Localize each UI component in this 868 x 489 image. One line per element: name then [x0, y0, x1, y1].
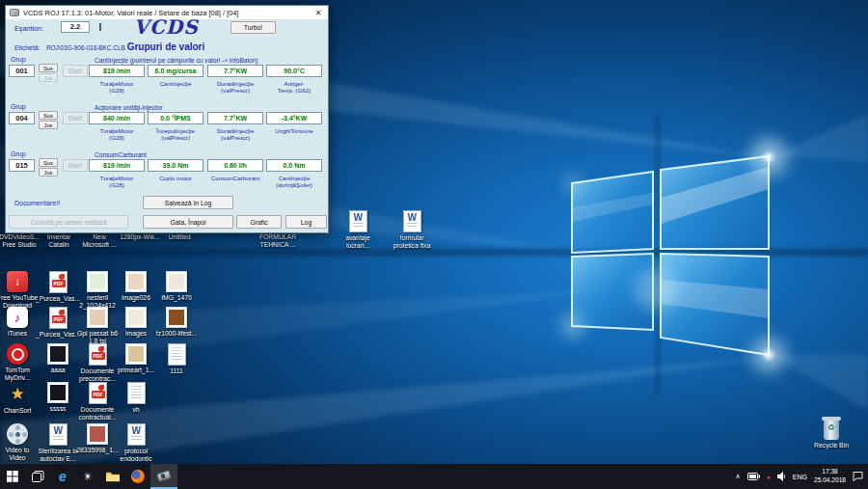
value-field[interactable]: 0.0 °ÎPMS [148, 112, 203, 124]
desktop-icon[interactable]: 1111 [151, 343, 202, 375]
save-log-button[interactable]: Salvează în Log [143, 196, 233, 209]
firefox-icon [131, 470, 145, 483]
pdf-icon [89, 382, 107, 404]
jos-button[interactable]: Jos [39, 121, 58, 129]
task-view-button[interactable] [25, 464, 50, 489]
value-caption: ConsumCarburant [204, 175, 266, 181]
sus-button[interactable]: Sus [39, 111, 58, 120]
desktop-icon[interactable]: Untitled [154, 233, 204, 241]
action-center-icon[interactable] [853, 472, 863, 481]
sus-button[interactable]: Sus [39, 158, 58, 167]
value-caption: Antigel- Temp. (G62) [263, 80, 325, 94]
desktop-icon[interactable]: avantaje lucrari... [333, 210, 383, 250]
turbo-button[interactable]: Turbo! [231, 21, 276, 34]
measuring-group-3: Grup ConsumCarburant 015 Sus Jos Start! … [6, 150, 328, 197]
app-download-icon [7, 271, 28, 292]
folder-icon [106, 472, 120, 482]
value-field[interactable]: 7.7°KW [207, 65, 263, 77]
desktop-icon[interactable]: FORMULAR TEHNICA ... [253, 233, 303, 249]
documentare-link[interactable]: Documentare!! [14, 199, 60, 207]
jos-button[interactable]: Jos [39, 168, 58, 177]
grup-label: Grup [11, 103, 26, 110]
recycle-icon [824, 420, 839, 440]
vcds-dongle-icon [156, 470, 172, 482]
vcds-logo: VCDS [120, 15, 212, 39]
battery-icon[interactable] [747, 473, 760, 480]
group-header: ConsumCarburant [95, 151, 147, 158]
word-icon [127, 423, 146, 446]
clock-date: 25.04.2018 [814, 476, 846, 485]
graph-button[interactable]: Grafic [236, 215, 282, 229]
value-caption: TuraţieMotor (G28) [86, 127, 148, 141]
value-field[interactable]: 819 /min [89, 65, 145, 77]
value-caption: ÎnceputInjecţie (valPrescr) [145, 127, 206, 141]
recording-tray-icon[interactable]: ● [767, 474, 771, 480]
taskbar: e ☀ ∧ ● ENG 17:38 25.04.2018 [0, 464, 868, 489]
sample-input[interactable]: 2.2 [61, 21, 90, 33]
start-button[interactable]: Start! [63, 112, 88, 124]
value-field[interactable]: -3.4°KW [266, 112, 322, 124]
desktop: DVDVideoS... Free StudioInventar Catalin… [0, 0, 868, 489]
desktop-icon[interactable]: protocol endodontic [111, 423, 161, 463]
eticheta-label: Etichetă: [14, 44, 40, 51]
image-icon [125, 271, 147, 292]
value-field[interactable]: 0.0 Nm [266, 159, 322, 172]
switch-basic-settings-button[interactable]: Comută pe setare deBază [9, 215, 128, 229]
group-number-input[interactable]: 004 [9, 112, 35, 124]
sample-label: Eşantion: [14, 24, 43, 33]
language-indicator[interactable]: ENG [793, 474, 807, 480]
desktop-icon[interactable]: fz1000-lifest... [151, 307, 202, 338]
desktop-icon-label: formular protetica fixa [387, 234, 437, 250]
group-number-input[interactable]: 015 [9, 159, 35, 172]
value-caption: UnghiTorsiune [263, 127, 325, 134]
value-caption: TuraţieMotor (G28) [86, 80, 148, 94]
value-caption: DuratăInjecţie (valPrescr) [204, 80, 266, 94]
sample-slider[interactable] [99, 23, 101, 31]
image-icon [125, 307, 147, 328]
done-back-button[interactable]: Gata, Înapoi [143, 215, 233, 229]
edge-button[interactable]: e [50, 464, 75, 489]
sus-button[interactable]: Sus [39, 64, 58, 72]
value-field[interactable]: 6.0 mg/cursa [148, 65, 203, 77]
close-icon[interactable]: ✕ [312, 7, 324, 18]
value-field[interactable]: 840 /min [89, 112, 145, 124]
start-button[interactable] [0, 464, 25, 489]
group-header: Acţionare unităţi-injector [95, 104, 163, 111]
desktop-icon-label: Recycle Bin [806, 442, 856, 449]
start-button[interactable]: Start! [63, 159, 88, 172]
value-caption: TuraţieMotor (G28) [86, 175, 148, 188]
group-number-input[interactable]: 001 [9, 65, 35, 77]
file-explorer-button[interactable] [100, 464, 125, 489]
clock[interactable]: 17:38 25.04.2018 [814, 468, 846, 485]
word-icon [403, 210, 421, 232]
speaker-icon[interactable] [777, 472, 786, 481]
desktop-icon[interactable]: vh [111, 382, 161, 414]
star-icon [6, 382, 29, 405]
value-field[interactable]: 90.0°C [266, 65, 322, 77]
start-button[interactable]: Start! [63, 65, 88, 77]
itunes-icon [7, 307, 28, 328]
value-caption: DuratăInjecţie (valPrescr) [204, 127, 266, 141]
desktop-icon-label: vh [111, 406, 161, 414]
value-field[interactable]: 39.0 Nm [148, 159, 203, 172]
value-field[interactable]: 819 /min [89, 159, 145, 172]
clock-time: 17:38 [814, 468, 846, 476]
desktop-icon[interactable]: formular protetica fixa [387, 210, 437, 250]
value-field[interactable]: 0.60 l/h [207, 159, 263, 172]
desktop-icon[interactable]: Recycle Bin [806, 420, 856, 449]
vcds-taskbar-button[interactable] [150, 464, 177, 489]
system-tray: ∧ ● ENG 17:38 25.04.2018 [735, 464, 868, 489]
reel-icon [7, 423, 28, 445]
desktop-icon[interactable]: IMG_1470 [151, 271, 202, 302]
word-icon [349, 210, 367, 232]
log-button[interactable]: Log [285, 215, 327, 229]
sun-app-button[interactable]: ☀ [75, 464, 100, 489]
pdf-icon [49, 307, 68, 329]
tray-chevron-icon[interactable]: ∧ [735, 473, 740, 480]
vcds-window: VCDS ROJ 17.1.3: 01-Motor, Valori reale … [5, 5, 329, 233]
value-caption: CantInjecţie (dorinţăŞofer) [263, 175, 325, 188]
desktop-icon-label: protocol endodontic [111, 448, 161, 463]
value-field[interactable]: 7.7°KW [207, 112, 263, 124]
jos-button[interactable]: Jos [39, 73, 58, 82]
firefox-button[interactable] [125, 464, 150, 489]
